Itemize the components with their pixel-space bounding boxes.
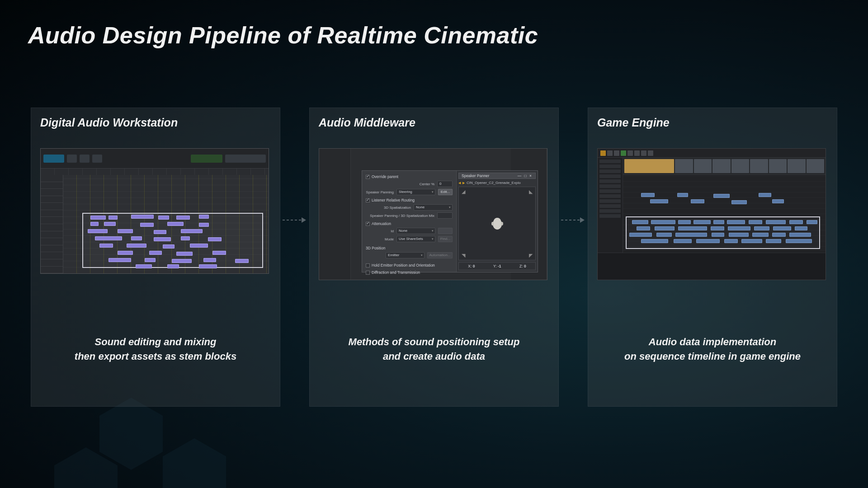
engine-toolbar-icon: [607, 150, 613, 156]
checkbox-icon: [366, 198, 370, 202]
engine-toolbar: [598, 149, 826, 158]
arrow-icon: [559, 70, 588, 370]
daw-timecode: [191, 155, 222, 163]
engine-toolbar-icon: [627, 150, 633, 156]
checkbox-icon: [366, 263, 370, 267]
daw-toolbar: [41, 149, 269, 169]
edit-button: Edit...: [438, 189, 453, 195]
card-desc: Audio data implementation on sequence ti…: [588, 335, 837, 364]
label-3d-position: 3D Position: [366, 246, 385, 250]
engine-track-tree: [598, 158, 623, 253]
label-hold-emitter: Hold Emitter Position and Orientation: [372, 263, 435, 267]
automation-button: Automation...: [427, 252, 453, 258]
daw-toolbar-chip: [80, 155, 90, 163]
card-desc: Methods of sound positioning setup and c…: [310, 335, 558, 364]
daw-toolbar-chip: [92, 155, 102, 163]
select-attenuation-id: None: [396, 228, 435, 234]
card-daw: Digital Audio Workstation: [31, 108, 280, 407]
engine-toolbar-icon: [641, 150, 646, 156]
card-title: Digital Audio Workstation: [40, 116, 271, 129]
engine-toolbar-icon: [648, 150, 653, 156]
speaker-icon: ◤: [528, 253, 533, 258]
find-button: Find...: [438, 236, 453, 242]
field-center: 0: [437, 181, 453, 187]
panner-titlebar: Speaker Panner — □ ×: [458, 173, 536, 179]
daw-arrange-grid: [63, 175, 269, 273]
select-3d-position: Emitter: [386, 252, 425, 258]
panner-surface: ◢ ◣ ◥ ◤: [458, 187, 536, 260]
bg-hex-deco: [99, 398, 163, 470]
daw-toolbar-chip: [43, 155, 64, 163]
label-mode: Mode: [366, 237, 394, 241]
page-title: Audio Design Pipeline of Realtime Cinema…: [28, 22, 538, 49]
engine-shot-thumb: [624, 159, 674, 173]
select-spatialization: None: [414, 204, 453, 211]
speaker-panner: Speaker Panner — □ × ◀ ▶ CIN_Opener_C2_G…: [456, 171, 538, 272]
engine-timeline: [623, 158, 826, 253]
engine-toolbar-icon: [621, 150, 626, 156]
panner-asset-row: ◀ ▶ CIN_Opener_C2_Grenade_Explo: [458, 181, 536, 185]
checkbox-icon: [366, 175, 370, 179]
card-title: Audio Middleware: [319, 116, 549, 129]
triangle-icon: ◀: [458, 181, 461, 185]
daw-tracks: [41, 175, 269, 273]
engine-thumb-track: [623, 158, 826, 175]
card-title: Game Engine: [597, 116, 828, 129]
panner-title-text: Speaker Panner: [462, 173, 489, 178]
button-disabled: [438, 228, 453, 234]
label-override-parent: Override parent: [372, 174, 398, 179]
select-speaker-panning: Steering: [396, 189, 435, 195]
engine-screenshot: [597, 148, 826, 280]
card-desc: Sound editing and mixing then export ass…: [31, 335, 280, 364]
panner-asset-name: CIN_Opener_C2_Grenade_Explo: [467, 181, 521, 185]
checkbox-icon: [366, 222, 370, 226]
engine-bottom-panel: [598, 253, 826, 280]
engine-toolbar-icon: [614, 150, 619, 156]
speaker-icon: ◥: [461, 253, 466, 258]
label-speaker-panning: Speaker Panning: [366, 190, 394, 194]
listener-head-icon: [493, 218, 502, 230]
label-attenuation-id: Id: [366, 229, 394, 233]
card-middleware: Audio Middleware Override parent Center …: [309, 108, 559, 407]
bg-hex-deco: [163, 438, 226, 488]
label-spatialization: 3D Spatialization: [366, 206, 411, 210]
speaker-icon: ◣: [528, 189, 533, 194]
speaker-icon: ◢: [461, 189, 466, 194]
card-game-engine: Game Engine: [588, 108, 837, 407]
middleware-side-panel: [319, 149, 351, 280]
label-listener-routing: Listener Relative Routing: [372, 198, 415, 202]
pipeline-cards-row: Digital Audio Workstation: [31, 108, 837, 407]
engine-toolbar-icon: [600, 150, 606, 156]
middleware-form: Override parent Center % 0 Speaker Panni…: [362, 171, 456, 272]
arrow-icon: [280, 70, 309, 370]
daw-toolbar-chip: [67, 155, 77, 163]
triangle-icon: ▶: [462, 181, 465, 185]
field-spatial-mix: [437, 212, 453, 219]
checkbox-icon: [366, 271, 370, 275]
middleware-screenshot: Override parent Center % 0 Speaker Panni…: [319, 148, 547, 280]
middleware-dialog: Override parent Center % 0 Speaker Panni…: [362, 170, 538, 272]
label-diffraction: Diffraction and Transmission: [372, 270, 420, 275]
window-controls-icon: — □ ×: [518, 173, 533, 178]
engine-toolbar-icon: [634, 150, 640, 156]
daw-transport: [225, 155, 266, 163]
panner-xyz: X: 0 Y: -1 Z: 0: [458, 262, 536, 270]
select-mode: Use ShareSets: [396, 236, 435, 242]
engine-audio-lanes: [623, 175, 826, 252]
daw-track-headers: [41, 175, 63, 273]
label-attenuation: Attenuation: [372, 221, 391, 226]
label-center: Center %: [366, 182, 434, 186]
daw-screenshot: [40, 148, 269, 274]
label-spatial-mix: Speaker Panning / 3D Spatialization Mix: [366, 214, 434, 218]
daw-ruler: [41, 169, 269, 175]
